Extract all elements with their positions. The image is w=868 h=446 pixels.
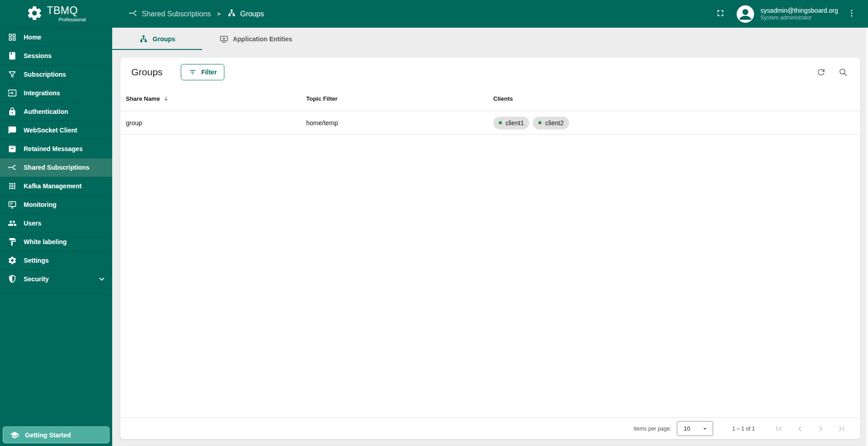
tab-groups[interactable]: Groups — [112, 28, 202, 50]
breadcrumb-label: Shared Subscriptions — [142, 10, 211, 18]
fullscreen-icon — [715, 8, 725, 20]
page-size-select[interactable]: 10 — [677, 421, 713, 436]
sidebar-item-label: Retained Messages — [24, 145, 83, 152]
book-icon — [8, 51, 17, 60]
client-chip-label: client1 — [506, 119, 524, 127]
sidebar-item-label: White labeling — [24, 238, 67, 245]
app-logo[interactable]: TBMQ Professional — [0, 5, 112, 23]
groups-card: Groups Filter Share Name Topic Filter — [120, 58, 860, 439]
user-role: System administrator — [760, 15, 838, 22]
paint-roller-icon — [8, 237, 17, 246]
logo-subtitle: Professional — [59, 17, 86, 22]
fullscreen-button[interactable] — [711, 5, 729, 23]
refresh-button[interactable] — [812, 63, 830, 81]
mediation-icon — [129, 9, 138, 20]
apps-grid-icon — [8, 181, 17, 191]
previous-page-button[interactable] — [789, 419, 810, 439]
sidebar-item-label: Home — [24, 34, 41, 41]
sidebar-item-sessions[interactable]: Sessions — [0, 47, 112, 65]
sidebar-item-monitoring[interactable]: Monitoring — [0, 196, 112, 214]
tab-label: Application Entities — [233, 35, 293, 43]
client-status-dot — [499, 121, 502, 124]
column-label: Share Name — [126, 95, 160, 102]
chevron-right-icon — [816, 424, 826, 434]
more-vert-icon — [847, 8, 857, 20]
app-header: TBMQ Professional Shared Subscriptions >… — [0, 0, 868, 28]
paginator: Items per page: 10 1 – 1 of 1 — [120, 417, 860, 439]
page-title: Groups — [131, 67, 163, 78]
user-menu-button[interactable] — [843, 5, 861, 23]
column-header-clients[interactable]: Clients — [488, 95, 860, 102]
sidebar-item-websocket-client[interactable]: WebSocket Client — [0, 121, 112, 140]
first-page-icon — [774, 424, 784, 434]
lan-icon — [139, 34, 148, 44]
search-button[interactable] — [834, 63, 852, 81]
client-chip[interactable]: client2 — [533, 117, 569, 129]
column-header-topic-filter[interactable]: Topic Filter — [301, 95, 488, 102]
column-header-share-name[interactable]: Share Name — [120, 95, 301, 102]
client-chip-label: client2 — [545, 119, 563, 127]
sidebar-item-white-labeling[interactable]: White labeling — [0, 233, 112, 251]
breadcrumb-shared-subscriptions[interactable]: Shared Subscriptions — [129, 9, 211, 20]
archive-icon — [8, 144, 17, 153]
sidebar-item-kafka-management[interactable]: Kafka Management — [0, 177, 112, 196]
column-label: Clients — [493, 95, 513, 102]
last-page-button[interactable] — [831, 419, 852, 439]
breadcrumb-separator: > — [217, 10, 221, 17]
select-caret-icon — [701, 425, 709, 433]
application-monitor-icon — [219, 34, 228, 44]
chevron-down-icon — [97, 274, 107, 284]
sidebar-item-authentication[interactable]: Authentication — [0, 103, 112, 121]
sidebar-item-label: Sessions — [24, 52, 51, 59]
client-chip[interactable]: client1 — [493, 117, 529, 129]
sidebar-item-subscriptions[interactable]: Subscriptions — [0, 65, 112, 84]
card-header: Groups Filter — [120, 58, 860, 86]
getting-started-label: Getting Started — [25, 431, 71, 439]
items-per-page-label: Items per page: — [634, 426, 671, 432]
sidebar-item-label: Security — [24, 275, 49, 283]
user-info[interactable]: sysadmin@thingsboard.org System administ… — [760, 6, 838, 22]
sidebar-item-label: Subscriptions — [24, 71, 66, 78]
sidebar-item-label: Settings — [24, 257, 49, 264]
shield-icon — [8, 274, 17, 284]
search-icon — [838, 67, 848, 77]
table-empty-space — [120, 135, 860, 417]
breadcrumb: Shared Subscriptions > Groups — [129, 9, 264, 20]
tab-label: Groups — [153, 35, 175, 43]
people-icon — [8, 219, 17, 228]
user-avatar[interactable] — [736, 5, 755, 24]
tab-application-entities[interactable]: Application Entities — [202, 28, 309, 50]
first-page-button[interactable] — [769, 419, 789, 439]
user-email: sysadmin@thingsboard.org — [760, 6, 838, 15]
tab-bar: Groups Application Entities — [112, 28, 868, 50]
filter-list-icon — [188, 68, 197, 76]
getting-started-button[interactable]: Getting Started — [3, 426, 109, 443]
dashboard-icon — [8, 33, 17, 42]
column-label: Topic Filter — [306, 95, 337, 102]
sidebar-item-retained-messages[interactable]: Retained Messages — [0, 140, 112, 158]
sort-arrow-down-icon — [163, 95, 169, 102]
sidebar-item-users[interactable]: Users — [0, 214, 112, 233]
lock-icon — [8, 107, 17, 116]
gear-icon — [8, 256, 17, 265]
page-range-label: 1 – 1 of 1 — [732, 426, 755, 432]
breadcrumb-groups[interactable]: Groups — [227, 9, 264, 20]
sidebar-item-security[interactable]: Security — [0, 270, 112, 289]
sidebar-item-shared-subscriptions[interactable]: Shared Subscriptions — [0, 158, 112, 177]
filter-funnel-icon — [8, 70, 17, 79]
scrollbar-track[interactable] — [865, 28, 868, 446]
mediation-icon — [8, 163, 17, 172]
filter-button-label: Filter — [201, 69, 217, 76]
sidebar: Home Sessions Subscriptions Integrations… — [0, 28, 112, 446]
chevron-left-icon — [795, 424, 805, 434]
sidebar-item-settings[interactable]: Settings — [0, 251, 112, 270]
sidebar-item-integrations[interactable]: Integrations — [0, 84, 112, 103]
monitor-icon — [8, 200, 17, 209]
filter-button[interactable]: Filter — [181, 64, 224, 80]
sidebar-item-label: Authentication — [24, 108, 68, 115]
sidebar-item-home[interactable]: Home — [0, 28, 112, 47]
cell-share-name: group — [120, 119, 301, 127]
next-page-button[interactable] — [810, 419, 831, 439]
table-row[interactable]: group home/temp client1 client2 — [120, 111, 860, 135]
logo-title: TBMQ — [47, 5, 86, 16]
